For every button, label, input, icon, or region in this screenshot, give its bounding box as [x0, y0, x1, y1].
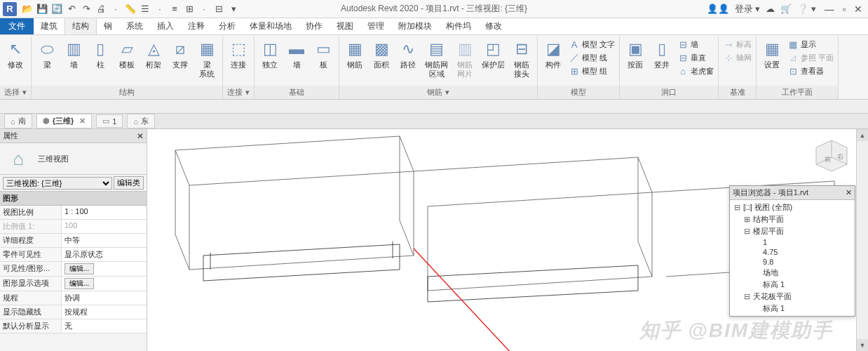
- ribbon-tab-注释[interactable]: 注释: [181, 18, 212, 34]
- set-button[interactable]: ▦设置: [759, 38, 785, 71]
- login-button[interactable]: 登录 ▾: [735, 3, 761, 15]
- cart-icon[interactable]: 🛒: [780, 4, 792, 14]
- help-icon[interactable]: ❔ ▾: [797, 4, 816, 14]
- close-button[interactable]: ✕: [851, 4, 865, 15]
- rebar-button[interactable]: ▦钢筋: [342, 38, 367, 71]
- beam-system-button[interactable]: ▦梁 系统: [194, 38, 219, 80]
- property-row[interactable]: 详细程度中等: [0, 234, 147, 248]
- qat-redo-icon[interactable]: ↷: [80, 3, 93, 15]
- tree-node[interactable]: 场地: [730, 267, 855, 279]
- property-row[interactable]: 图形显示选项编辑...: [0, 277, 147, 291]
- qat-undo-icon[interactable]: ↶: [65, 3, 78, 15]
- beam-button[interactable]: ⬭梁: [34, 38, 60, 71]
- ribbon-tab-钢[interactable]: 钢: [97, 18, 119, 34]
- property-row[interactable]: 零件可见性显示原状态: [0, 248, 147, 262]
- properties-close-icon[interactable]: ✕: [137, 131, 144, 141]
- qat-measure-icon[interactable]: 📏: [124, 3, 137, 15]
- ribbon-tab-构件坞[interactable]: 构件坞: [439, 18, 478, 34]
- qat-save-icon[interactable]: 💾: [36, 3, 48, 15]
- tree-twisty-icon[interactable]: ⊟: [734, 203, 741, 212]
- ribbon-tab-附加模块[interactable]: 附加模块: [391, 18, 439, 34]
- path-button[interactable]: ∿路径: [395, 38, 421, 71]
- ribbon-tab-系统[interactable]: 系统: [119, 18, 150, 34]
- slab-found-button[interactable]: ▭板: [311, 38, 336, 71]
- view-canvas[interactable]: 前 右 ⊚ ✥ 🔍 ⟳ 项目浏览器 - 项目1.rvt ✕ ⊟ [□] 视图 (…: [147, 129, 868, 351]
- component-button[interactable]: ◪构件: [541, 38, 566, 71]
- app-logo[interactable]: R: [3, 2, 17, 16]
- property-row[interactable]: 默认分析显示无: [0, 319, 147, 333]
- property-row[interactable]: 视图比例1 : 100: [0, 206, 147, 220]
- modify-button[interactable]: ↖修改: [3, 38, 28, 71]
- property-value[interactable]: 编辑...: [62, 262, 147, 276]
- wall-button[interactable]: ▥墙: [61, 38, 86, 71]
- property-row[interactable]: 可见性/图形...编辑...: [0, 262, 147, 277]
- qat-switch-icon[interactable]: ⊟: [212, 3, 225, 15]
- tree-node[interactable]: 标高 1: [730, 279, 855, 291]
- view-tab-{三维}[interactable]: ⬢{三维}✕: [36, 114, 93, 128]
- view-tab-南[interactable]: ⌂南: [4, 114, 32, 128]
- qat-sync-icon[interactable]: 🔄: [50, 3, 63, 15]
- tree-twisty-icon[interactable]: ⊟: [744, 292, 751, 301]
- rebar-coupler-button[interactable]: ⊟钢筋 接头: [509, 38, 534, 80]
- property-row[interactable]: 规程协调: [0, 291, 147, 305]
- tree-node[interactable]: 标高 1: [730, 303, 855, 314]
- viewer-button[interactable]: ⊡查看器: [786, 65, 835, 77]
- edit-button[interactable]: 编辑...: [65, 278, 94, 289]
- minimize-button[interactable]: —: [822, 4, 837, 15]
- ribbon-tab-分析[interactable]: 分析: [212, 18, 243, 34]
- tree-node[interactable]: 1: [730, 237, 855, 247]
- model-line-button[interactable]: ／模型 线: [567, 51, 616, 64]
- exchange-icon[interactable]: ☁: [766, 4, 775, 14]
- show-button[interactable]: ▦显示: [786, 38, 835, 51]
- wall-opening-button[interactable]: ⊟墙: [676, 38, 715, 51]
- shaft-button[interactable]: ▯竖井: [649, 38, 674, 71]
- truss-button[interactable]: ◬桁架: [141, 38, 166, 71]
- ribbon-tab-视图[interactable]: 视图: [330, 18, 360, 34]
- file-menu[interactable]: 文件: [0, 18, 34, 34]
- maximize-button[interactable]: ▫: [839, 4, 848, 15]
- property-value[interactable]: 按规程: [62, 305, 147, 319]
- connection-button[interactable]: ⬚连接: [226, 38, 251, 71]
- property-value[interactable]: 1 : 100: [62, 206, 147, 219]
- column-button[interactable]: ▯柱: [88, 38, 113, 71]
- view-tab-1[interactable]: ▭1: [96, 114, 123, 128]
- ribbon-tab-建筑[interactable]: 建筑: [34, 18, 65, 34]
- qat-open-icon[interactable]: 📂: [21, 3, 34, 15]
- tree-node[interactable]: 9.8: [730, 257, 855, 267]
- fabric-area-button[interactable]: ▤钢筋网 区域: [422, 38, 451, 80]
- property-value[interactable]: 中等: [62, 234, 147, 247]
- property-row[interactable]: 比例值 1:100: [0, 220, 147, 234]
- qat-close-hidden-icon[interactable]: ⊞: [183, 3, 196, 15]
- property-value[interactable]: 协调: [62, 291, 147, 305]
- tree-node[interactable]: ⊟ 楼层平面: [730, 225, 855, 237]
- property-row[interactable]: 显示隐藏线按规程: [0, 305, 147, 319]
- search-icon[interactable]: 👤👤: [707, 4, 729, 14]
- tree-twisty-icon[interactable]: ⊞: [744, 215, 751, 224]
- ribbon-tab-体量和场地[interactable]: 体量和场地: [243, 18, 299, 34]
- property-value[interactable]: 100: [62, 220, 147, 233]
- property-value[interactable]: 显示原状态: [62, 248, 147, 261]
- qat-print-icon[interactable]: 🖨: [95, 3, 107, 15]
- model-group-button[interactable]: ⊞模型 组: [567, 65, 616, 77]
- tree-node[interactable]: ⊟ [□] 视图 (全部): [730, 201, 855, 213]
- tree-node[interactable]: ⊞ 结构平面: [730, 213, 855, 225]
- ribbon-tab-协作[interactable]: 协作: [299, 18, 330, 34]
- ribbon-tab-结构[interactable]: 结构: [65, 18, 97, 34]
- view-tab-东[interactable]: ⌂东: [127, 114, 155, 128]
- area-button[interactable]: ▩面积: [369, 38, 394, 71]
- ribbon-tab-插入[interactable]: 插入: [150, 18, 181, 34]
- scroll-down-icon[interactable]: ▼: [857, 339, 868, 351]
- property-value[interactable]: 无: [62, 319, 147, 333]
- close-icon[interactable]: ✕: [79, 117, 86, 126]
- browser-close-icon[interactable]: ✕: [846, 188, 852, 197]
- qat-dropdown-icon[interactable]: ▾: [227, 3, 240, 15]
- edit-button[interactable]: 编辑...: [65, 263, 94, 274]
- scroll-up-icon[interactable]: ▲: [857, 129, 868, 141]
- ribbon-tab-修改[interactable]: 修改: [478, 18, 509, 34]
- ribbon-tab-管理[interactable]: 管理: [360, 18, 391, 34]
- tree-node[interactable]: 4.75: [730, 247, 855, 257]
- property-value[interactable]: 编辑...: [62, 277, 147, 291]
- by-face-button[interactable]: ▣按面: [623, 38, 648, 71]
- view-cube[interactable]: 前 右: [812, 136, 851, 176]
- cover-button[interactable]: ◰保护层: [479, 38, 508, 71]
